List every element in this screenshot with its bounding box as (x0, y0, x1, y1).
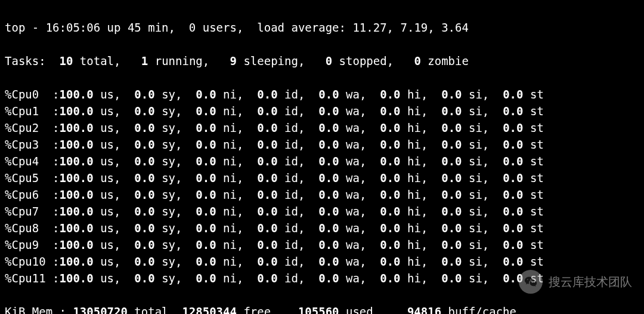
cpu-line-5: %Cpu5 :100.0 us, 0.0 sy, 0.0 ni, 0.0 id,… (5, 170, 639, 186)
top-summary-line: top - 16:05:06 up 45 min, 0 users, load … (5, 19, 639, 36)
cpu-line-9: %Cpu9 :100.0 us, 0.0 sy, 0.0 ni, 0.0 id,… (5, 236, 639, 253)
cpu-line-0: %Cpu0 :100.0 us, 0.0 sy, 0.0 ni, 0.0 id,… (5, 86, 639, 103)
cpu-line-10: %Cpu10 :100.0 us, 0.0 sy, 0.0 ni, 0.0 id… (5, 253, 639, 270)
cpu-line-4: %Cpu4 :100.0 us, 0.0 sy, 0.0 ni, 0.0 id,… (5, 153, 639, 170)
cpu-line-8: %Cpu8 :100.0 us, 0.0 sy, 0.0 ni, 0.0 id,… (5, 220, 639, 236)
cpu-line-3: %Cpu3 :100.0 us, 0.0 sy, 0.0 ni, 0.0 id,… (5, 136, 639, 153)
tasks-line: Tasks: 10 total, 1 running, 9 sleeping, … (5, 53, 639, 69)
mem-line: KiB Mem : 13050720 total, 12850344 free,… (5, 303, 639, 314)
cpu-line-2: %Cpu2 :100.0 us, 0.0 sy, 0.0 ni, 0.0 id,… (5, 119, 639, 136)
terminal-output: top - 16:05:06 up 45 min, 0 users, load … (0, 0, 644, 314)
cpu-line-11: %Cpu11 :100.0 us, 0.0 sy, 0.0 ni, 0.0 id… (5, 270, 639, 287)
cpu-line-6: %Cpu6 :100.0 us, 0.0 sy, 0.0 ni, 0.0 id,… (5, 186, 639, 203)
cpu-line-7: %Cpu7 :100.0 us, 0.0 sy, 0.0 ni, 0.0 id,… (5, 203, 639, 220)
cpu-line-1: %Cpu1 :100.0 us, 0.0 sy, 0.0 ni, 0.0 id,… (5, 103, 639, 119)
